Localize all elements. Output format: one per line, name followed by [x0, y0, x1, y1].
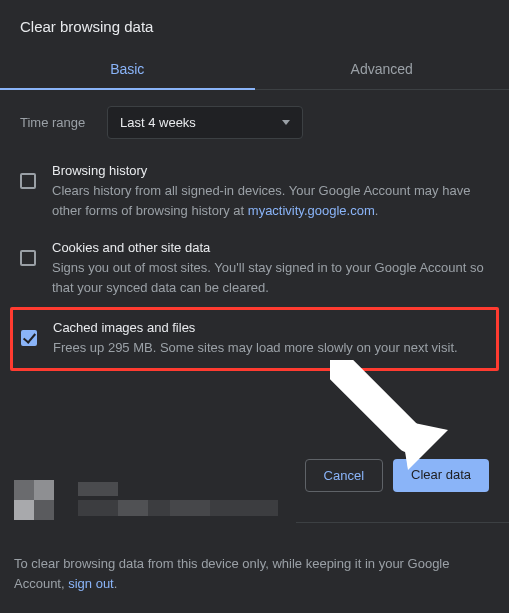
option-cache: Cached images and files Frees up 295 MB.… [10, 307, 499, 371]
option-desc: Clears history from all signed-in device… [52, 181, 489, 220]
option-title: Browsing history [52, 163, 489, 178]
time-range-row: Time range Last 4 weeks [0, 90, 509, 145]
tab-basic[interactable]: Basic [0, 49, 255, 89]
option-browsing-history: Browsing history Clears history from all… [0, 153, 509, 230]
checkbox-browsing-history[interactable] [20, 173, 36, 189]
footer-note: To clear browsing data from this device … [0, 540, 509, 613]
tab-advanced[interactable]: Advanced [255, 49, 510, 89]
option-text: Cookies and other site data Signs you ou… [52, 240, 489, 297]
time-range-select[interactable]: Last 4 weeks [107, 106, 303, 139]
option-desc: Signs you out of most sites. You'll stay… [52, 258, 489, 297]
option-text: Browsing history Clears history from all… [52, 163, 489, 220]
option-desc: Frees up 295 MB. Some sites may load mor… [53, 338, 488, 358]
blurred-account-region [0, 476, 509, 544]
time-range-value: Last 4 weeks [120, 115, 196, 130]
option-title: Cached images and files [53, 320, 488, 335]
tabs: Basic Advanced [0, 49, 509, 90]
myactivity-link[interactable]: myactivity.google.com [248, 203, 375, 218]
checkbox-cache[interactable] [21, 330, 37, 346]
time-range-label: Time range [20, 115, 95, 130]
sign-out-link[interactable]: sign out [68, 576, 114, 591]
options-list: Browsing history Clears history from all… [0, 145, 509, 371]
checkbox-cookies[interactable] [20, 250, 36, 266]
chevron-down-icon [282, 120, 290, 125]
dialog-title: Clear browsing data [0, 0, 509, 49]
clear-browsing-data-dialog: Clear browsing data Basic Advanced Time … [0, 0, 509, 508]
option-title: Cookies and other site data [52, 240, 489, 255]
option-cookies: Cookies and other site data Signs you ou… [0, 230, 509, 307]
option-text: Cached images and files Frees up 295 MB.… [53, 320, 488, 358]
